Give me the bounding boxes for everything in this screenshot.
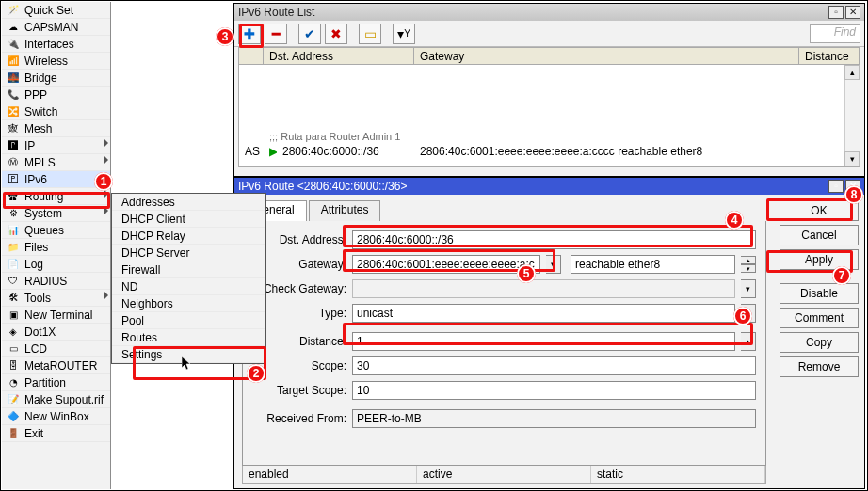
submenu-item-firewall[interactable]: Firewall [112,261,265,278]
funnel-icon: Y [404,29,410,39]
sidebar-item-new-winbox[interactable]: 🔷New WinBox [2,408,110,425]
distance-label: Distance: [252,335,346,348]
sidebar-item-label: PPP [24,88,47,102]
cancel-button[interactable]: Cancel [780,225,859,246]
status-static: static [591,466,765,483]
scope-input[interactable]: 30 [352,356,756,375]
ok-button[interactable]: OK [780,200,859,221]
col-distance[interactable]: Distance [799,48,860,64]
col-dst[interactable]: Dst. Address [264,48,414,64]
sidebar-item-partition[interactable]: ◔Partition [2,374,110,391]
ipv6-route-list-window: IPv6 Route List ▫ ✕ ✚ ━ ✔ ✖ ▭ ▾Y Find Ds… [233,3,865,177]
tab-attributes[interactable]: Attributes [309,200,381,221]
col-gw[interactable]: Gateway [414,48,799,64]
callout-1: 1 [94,172,113,191]
sidebar-item-routing[interactable]: 🛣Routing [2,188,110,205]
remove-row-button[interactable]: ━ [265,24,287,44]
ip-icon: 🅿 [6,139,21,152]
comment-button[interactable]: ▭ [359,24,381,44]
sidebar-item-switch[interactable]: 🔀Switch [2,103,110,120]
table-row[interactable]: AS ▶ 2806:40c:6000::/36 2806:40c:6001:ee… [239,144,860,159]
submenu-item-nd[interactable]: ND [112,278,265,295]
gateway-input[interactable]: 2806:40c:6001:eeee:eeee:eeee:a:c [352,255,540,274]
gateway-dropdown[interactable]: ▾ [546,255,561,274]
dst-address-input[interactable]: 2806:40c:6000::/36 [352,230,756,249]
submenu-item-routes[interactable]: Routes [112,329,265,346]
type-label: Type: [252,307,346,320]
callout-8: 8 [844,185,863,204]
scroll-up[interactable]: ▴ [844,65,860,80]
route-list-title: IPv6 Route List [238,6,827,19]
exit-icon: 🚪 [6,427,21,440]
col-flag[interactable] [239,48,264,64]
submenu-item-dhcp-server[interactable]: DHCP Server [112,245,265,261]
mpls-icon: Ⓜ [6,156,21,169]
sidebar-item-mesh[interactable]: 🕸Mesh [2,120,110,137]
sidebar-item-quick-set[interactable]: 🪄Quick Set [2,2,110,19]
close-button[interactable]: ✕ [845,6,860,19]
disable-button[interactable]: Disable [780,283,859,304]
sidebar-item-files[interactable]: 📁Files [2,239,110,256]
sidebar-item-metarouter[interactable]: 🗄MetaROUTER [2,357,110,374]
sidebar-item-queues[interactable]: 📊Queues [2,222,110,239]
detail-tabs: General Attributes [242,200,766,221]
sidebar-item-bridge[interactable]: 🌉Bridge [2,70,110,87]
submenu-item-pool[interactable]: Pool [112,312,265,329]
find-input[interactable]: Find [810,24,860,43]
minimize-button[interactable]: ▫ [828,180,844,193]
sidebar-item-label: Interfaces [24,38,74,51]
check-gateway-input[interactable] [352,279,735,298]
sidebar-item-capsman[interactable]: ☁CAPsMAN [2,19,110,36]
enable-button[interactable]: ✔ [298,24,321,44]
check-gateway-label: Check Gateway: [252,282,346,295]
callout-6: 6 [733,307,752,325]
copy-button[interactable]: Copy [780,332,859,353]
radius-icon: 🛡 [6,275,21,288]
sidebar-item-label: Tools [24,292,51,305]
distance-up[interactable]: ▴ [741,332,756,351]
callout-4: 4 [725,211,744,230]
submenu-item-neighbors[interactable]: Neighbors [112,295,265,312]
sidebar-item-new-terminal[interactable]: ▣New Terminal [2,307,110,324]
sidebar-item-label: Exit [24,427,43,440]
sidebar-item-make-supout-rif[interactable]: 📝Make Supout.rif [2,391,110,408]
filter-button[interactable]: ▾Y [393,24,415,44]
sidebar-item-dot1x[interactable]: ◈Dot1X [2,324,110,341]
type-input[interactable]: unicast [352,304,735,323]
submenu-item-dhcp-client[interactable]: DHCP Client [112,211,265,228]
add-button[interactable]: ✚ [238,24,261,44]
sidebar-item-ip[interactable]: 🅿IP [2,137,110,154]
submenu-item-addresses[interactable]: Addresses [112,194,265,211]
route-grid: Dst. Address Gateway Distance ;;; Ruta p… [238,47,860,167]
sidebar-item-exit[interactable]: 🚪Exit [2,425,110,442]
sidebar-item-lcd[interactable]: ▭LCD [2,341,110,357]
sidebar-item-radius[interactable]: 🛡RADIUS [2,273,110,290]
gateway-spinner[interactable]: ▴▾ [741,256,756,273]
target-scope-input[interactable]: 10 [352,381,756,400]
sidebar-item-ppp[interactable]: 📞PPP [2,87,110,103]
received-from-label: Received From: [252,412,346,425]
sidebar-item-label: RADIUS [24,275,67,288]
submenu-item-dhcp-relay[interactable]: DHCP Relay [112,228,265,245]
remove-button[interactable]: Remove [780,356,859,377]
scroll-down[interactable]: ▾ [844,151,860,166]
callout-2: 2 [247,364,265,383]
distance-input[interactable]: 1 [352,332,735,351]
system-icon: ⚙ [6,207,21,220]
sidebar-item-mpls[interactable]: ⓂMPLS [2,154,110,171]
check-gateway-dropdown[interactable]: ▾ [741,279,756,298]
detail-buttons: OK Cancel Apply Disable Comment Copy Rem… [774,195,864,488]
sidebar-item-wireless[interactable]: 📶Wireless [2,53,110,70]
status-bar: enabled active static [242,466,766,484]
sidebar-item-system[interactable]: ⚙System [2,205,110,222]
minimize-button[interactable]: ▫ [828,6,844,19]
grid-header: Dst. Address Gateway Distance [239,48,860,65]
sidebar-item-log[interactable]: 📄Log [2,256,110,273]
row-dst: 2806:40c:6000::/36 [277,145,414,158]
sidebar-item-interfaces[interactable]: 🔌Interfaces [2,36,110,53]
new-winbox-icon: 🔷 [6,410,21,423]
disable-button[interactable]: ✖ [325,24,347,44]
sidebar-item-tools[interactable]: 🛠Tools [2,290,110,307]
target-scope-label: Target Scope: [252,384,346,397]
comment-button[interactable]: Comment [780,308,859,328]
